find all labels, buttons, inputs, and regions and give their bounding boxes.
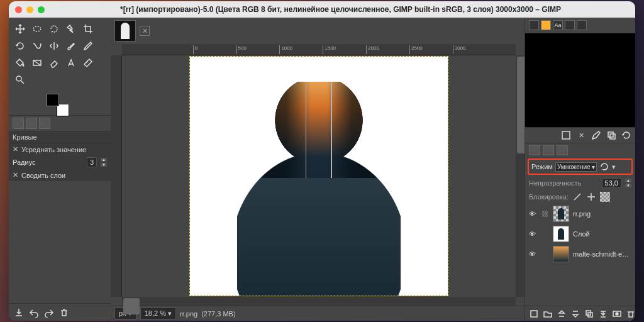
window-title: *[rr] (импортировано)-5.0 (Цвета RGB 8 б… [52,5,629,14]
new-group-icon[interactable] [543,309,553,319]
mode-reset-icon[interactable] [599,162,609,172]
brushes-tab-icon[interactable] [529,20,539,30]
close-icon[interactable]: ✕ [13,171,19,179]
link-icon[interactable]: ⛓ [541,210,549,218]
status-memory: (277,3 MB) [201,310,235,318]
layers-tab-icon[interactable] [529,145,540,155]
close-icon[interactable]: ✕ [576,130,586,140]
visibility-icon[interactable]: 👁 [529,230,538,238]
blend-mode-row: Режим Умножение ▾ ▾ [528,158,633,175]
merge-down-icon[interactable] [598,309,608,319]
paths-tab-icon[interactable] [577,20,587,30]
text-icon[interactable] [64,55,79,70]
layer-row[interactable]: 👁 malte-schmidt-enGr5YbjQKQ-unsplash [525,244,635,264]
lock-alpha-icon[interactable] [600,192,610,202]
close-tab-icon[interactable]: ✕ [140,26,150,36]
status-filename: rr.png [180,310,197,318]
layer-row[interactable]: 👁 ⛓ rr.png [525,204,635,224]
zoom-icon[interactable] [13,72,28,87]
layer-thumbnail [553,226,569,242]
scrollbar-horizontal[interactable] [122,297,516,306]
lock-position-icon[interactable] [586,192,596,202]
redo-icon[interactable] [44,308,54,318]
image-tab-thumbnail[interactable] [114,20,136,42]
minimize-window-icon[interactable] [26,6,33,13]
canvas-area[interactable] [122,55,516,297]
edit-icon[interactable] [561,130,571,140]
measure-icon[interactable] [80,55,96,70]
layer-name[interactable]: rr.png [573,210,631,218]
bucket-fill-icon[interactable] [13,55,28,70]
zoom-selector[interactable]: 18,2 % ▾ [140,308,176,319]
ruler-vertical[interactable] [111,55,122,297]
edit-brush-icon[interactable] [591,130,601,140]
close-icon[interactable]: ✕ [13,145,19,153]
refresh-icon[interactable] [621,130,631,140]
device-status-tab-icon[interactable] [26,118,37,129]
preview-actions: ✕ [525,128,635,143]
paintbrush-icon[interactable] [64,38,79,53]
duplicate-icon[interactable] [606,130,616,140]
eraser-icon[interactable] [47,55,62,70]
patterns-tab-icon[interactable] [541,20,551,30]
delete-icon[interactable] [59,308,69,318]
blend-mode-select[interactable]: Умножение ▾ [555,162,597,172]
opacity-row: Непрозрачность 53,0 ▲▼ [525,176,635,190]
lock-pixels-icon[interactable] [572,192,582,202]
layer-thumbnail [553,206,569,222]
status-bar: px ▾ 18,2 % ▾ rr.png (277,3 MB) [111,306,525,321]
history-tab-icon[interactable] [565,20,575,30]
save-icon[interactable] [14,308,24,318]
flip-icon[interactable] [47,38,62,53]
chevron-down-icon[interactable]: ▾ [612,163,616,171]
undo-history-tab-icon[interactable] [39,118,50,129]
layer-row[interactable]: 👁 Слой [525,224,635,244]
dock-top-icons: Aa [525,18,635,33]
warp-icon[interactable] [30,38,45,53]
close-window-icon[interactable] [15,6,22,13]
lower-layer-icon[interactable] [570,309,580,319]
chevron-down-icon: ▼ [101,163,107,167]
lock-label: Блокировка: [529,193,569,201]
visibility-icon[interactable]: 👁 [529,250,538,258]
rotate-icon[interactable] [13,38,28,53]
radius-stepper[interactable]: ▲▼ [101,157,107,167]
navigation-preview[interactable] [525,33,635,128]
gradient-icon[interactable] [30,55,45,70]
radius-row: Радиус 3 ▲▼ [9,155,111,169]
raise-layer-icon[interactable] [557,309,567,319]
lasso-icon[interactable] [47,21,62,36]
tool-options-tab-icon[interactable] [13,118,24,129]
ruler-horizontal[interactable]: 0 500 1000 1500 2000 2500 3000 [122,44,516,55]
new-layer-icon[interactable] [529,309,539,319]
opacity-value[interactable]: 53,0 [602,178,621,188]
flatten-label: Сводить слои [21,172,65,179]
undo-icon[interactable] [29,308,39,318]
right-dock: Aa ✕ Режим Умножение ▾ ▾ [525,18,635,321]
flatten-row[interactable]: ✕ Сводить слои [9,169,111,181]
paths-tab-icon[interactable] [557,145,568,155]
ellipse-select-icon[interactable] [30,21,45,36]
layer-name[interactable]: Слой [573,230,631,238]
maximize-window-icon[interactable] [38,6,45,13]
duplicate-layer-icon[interactable] [584,309,594,319]
radius-value[interactable]: 3 [87,157,97,167]
opacity-stepper[interactable]: ▲▼ [625,178,631,188]
color-swatch[interactable] [9,90,111,115]
canvas-panel: ✕ 0 500 1000 1500 2000 2500 3000 [111,18,525,321]
channels-tab-icon[interactable] [543,145,554,155]
delete-layer-icon[interactable] [626,309,635,319]
mask-icon[interactable] [612,309,622,319]
scrollbar-vertical[interactable] [516,55,525,297]
avg-values-row[interactable]: ✕ Усреднять значение [9,143,111,155]
layer-name[interactable]: malte-schmidt-enGr5YbjQKQ-unsplash [573,250,631,258]
pencil-icon[interactable] [80,38,96,53]
visibility-icon[interactable]: 👁 [529,210,538,218]
crop-icon[interactable] [80,21,96,36]
move-icon[interactable] [13,21,28,36]
fg-color-icon[interactable] [47,94,59,106]
fuzzy-select-icon[interactable] [64,21,79,36]
fonts-tab-icon[interactable]: Aa [553,20,563,30]
mode-label: Режим [531,163,553,170]
chevron-down-icon: ▼ [625,184,631,187]
